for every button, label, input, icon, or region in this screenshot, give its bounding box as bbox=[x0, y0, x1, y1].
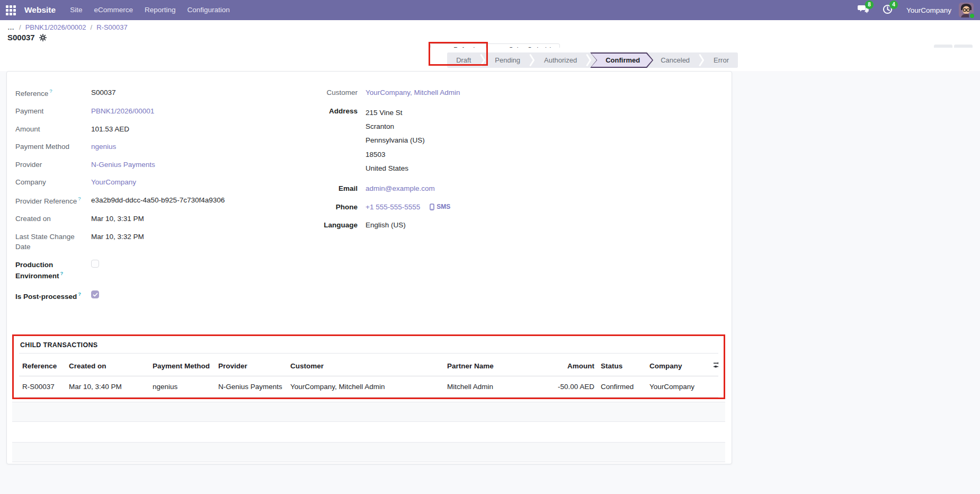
sms-button[interactable]: SMS bbox=[430, 202, 450, 213]
field-label-amount: Amount bbox=[15, 124, 91, 135]
breadcrumb-ellipsis[interactable]: … bbox=[7, 23, 15, 31]
apps-menu-button[interactable] bbox=[0, 0, 21, 20]
is-post-processed-checkbox[interactable] bbox=[91, 290, 99, 298]
cell-customer: YourCompany, Mitchell Admin bbox=[287, 376, 444, 398]
menu-configuration[interactable]: Configuration bbox=[182, 0, 236, 20]
help-icon[interactable]: ? bbox=[60, 270, 64, 276]
field-value-language: English (US) bbox=[366, 220, 406, 231]
cell-partner-name: Mitchell Admin bbox=[444, 376, 535, 398]
top-navbar: Website Site eCommerce Reporting Configu… bbox=[0, 0, 980, 20]
field-value-amount: 101.53 AED bbox=[91, 124, 129, 135]
field-label-phone: Phone bbox=[298, 202, 358, 213]
form-statusbar-row: Draft Pending Authorized Confirmed Cance… bbox=[0, 48, 980, 71]
breadcrumb-separator: / bbox=[91, 23, 93, 31]
status-step-draft[interactable]: Draft bbox=[447, 52, 480, 68]
address-line: 18503 bbox=[366, 148, 425, 162]
cell-provider: N-Genius Payments bbox=[215, 376, 287, 398]
company-switcher[interactable]: YourCompany bbox=[906, 6, 951, 14]
column-header-customer[interactable]: Customer bbox=[287, 354, 444, 376]
field-label-email: Email bbox=[298, 183, 358, 194]
column-header-amount[interactable]: Amount bbox=[535, 354, 598, 376]
child-transactions-section: CHILD TRANSACTIONS Reference Created on … bbox=[12, 334, 725, 399]
activities-badge: 4 bbox=[889, 1, 898, 9]
breadcrumb-link-payment[interactable]: PBNK1/2026/00002 bbox=[25, 23, 86, 31]
app-name[interactable]: Website bbox=[24, 5, 56, 15]
field-value-provider[interactable]: N-Genius Payments bbox=[91, 160, 155, 170]
breadcrumb-separator: / bbox=[19, 23, 21, 31]
status-step-authorized[interactable]: Authorized bbox=[535, 52, 586, 68]
optional-columns-button[interactable] bbox=[710, 354, 718, 376]
field-label-language: Language bbox=[298, 220, 358, 231]
child-transactions-title: CHILD TRANSACTIONS bbox=[19, 340, 718, 354]
cell-payment-method: ngenius bbox=[149, 376, 215, 398]
field-label-address: Address bbox=[298, 106, 358, 176]
status-separator bbox=[480, 52, 486, 68]
help-icon[interactable]: ? bbox=[78, 291, 81, 297]
field-value-customer[interactable]: YourCompany, Mitchell Admin bbox=[366, 87, 460, 98]
menu-ecommerce[interactable]: eCommerce bbox=[88, 0, 139, 20]
actions-gear-icon[interactable] bbox=[39, 34, 47, 41]
address-line: Pennsylvania (US) bbox=[366, 134, 425, 147]
menu-site[interactable]: Site bbox=[64, 0, 88, 20]
field-label-reference: Reference? bbox=[15, 87, 91, 99]
messages-button[interactable]: 8 bbox=[854, 2, 872, 18]
menu-reporting[interactable]: Reporting bbox=[139, 0, 182, 20]
field-value-payment[interactable]: PBNK1/2026/00001 bbox=[91, 106, 154, 117]
column-header-provider[interactable]: Provider bbox=[215, 354, 287, 376]
field-value-provider-reference: e3a2b9dd-ddcc-4a50-b925-7c730f4a9306 bbox=[91, 195, 225, 206]
status-step-canceled[interactable]: Canceled bbox=[652, 52, 699, 68]
field-label-payment-method: Payment Method bbox=[15, 142, 91, 152]
field-group-left: Reference?S00037 PaymentPBNK1/2026/00001… bbox=[15, 87, 298, 311]
cell-status: Confirmed bbox=[598, 376, 646, 398]
statusbar: Draft Pending Authorized Confirmed Cance… bbox=[447, 52, 738, 68]
status-step-pending[interactable]: Pending bbox=[486, 52, 529, 68]
navbar-systray: 8 4 YourCompany bbox=[854, 2, 980, 18]
column-header-partner-name[interactable]: Partner Name bbox=[444, 354, 535, 376]
user-avatar[interactable] bbox=[959, 3, 974, 17]
field-value-payment-method[interactable]: ngenius bbox=[91, 142, 116, 152]
child-transactions-table: Reference Created on Payment Method Prov… bbox=[19, 354, 718, 398]
cell-reference: R-S00037 bbox=[19, 376, 66, 398]
apps-grid-icon bbox=[6, 5, 16, 15]
address-line: Scranton bbox=[366, 120, 425, 134]
column-header-company[interactable]: Company bbox=[646, 354, 710, 376]
record-title-row: S00037 bbox=[7, 33, 128, 42]
field-value-reference: S00037 bbox=[91, 87, 116, 99]
page-title: S00037 bbox=[7, 33, 35, 42]
breadcrumb: … / PBNK1/2026/00002 / R-S00037 bbox=[7, 23, 128, 31]
field-label-customer: Customer bbox=[298, 87, 358, 98]
messages-badge: 8 bbox=[865, 1, 874, 9]
sliders-icon bbox=[713, 361, 718, 369]
help-icon[interactable]: ? bbox=[49, 88, 52, 94]
column-header-status[interactable]: Status bbox=[598, 354, 646, 376]
status-separator bbox=[586, 52, 592, 68]
field-value-company[interactable]: YourCompany bbox=[91, 177, 136, 188]
control-panel: … / PBNK1/2026/00002 / R-S00037 S00037 R… bbox=[0, 20, 980, 48]
field-value-email[interactable]: admin@example.com bbox=[366, 183, 435, 194]
column-header-created-on[interactable]: Created on bbox=[66, 354, 149, 376]
online-status-dot bbox=[969, 13, 975, 19]
empty-list-row bbox=[12, 442, 725, 462]
breadcrumb-block: … / PBNK1/2026/00002 / R-S00037 S00037 bbox=[7, 23, 128, 42]
breadcrumb-link-refund[interactable]: R-S00037 bbox=[96, 23, 128, 31]
field-label-provider: Provider bbox=[15, 160, 91, 170]
column-header-payment-method[interactable]: Payment Method bbox=[149, 354, 215, 376]
field-label-created-on: Created on bbox=[15, 214, 91, 224]
field-label-payment: Payment bbox=[15, 106, 91, 117]
cell-amount: -50.00 AED bbox=[535, 376, 598, 398]
column-header-reference[interactable]: Reference bbox=[19, 354, 66, 376]
production-environment-checkbox[interactable] bbox=[91, 260, 99, 268]
field-label-last-state-change: Last State Change Date bbox=[15, 232, 91, 252]
field-value-phone[interactable]: +1 555-555-5555 bbox=[366, 202, 420, 213]
field-label-is-post-processed: Is Post-processed? bbox=[15, 290, 91, 302]
activities-button[interactable]: 4 bbox=[879, 2, 897, 18]
status-step-error[interactable]: Error bbox=[705, 52, 738, 68]
status-step-confirmed[interactable]: Confirmed bbox=[590, 52, 653, 68]
sms-label: SMS bbox=[436, 203, 450, 210]
field-label-production-environment: Production Environment? bbox=[15, 260, 91, 281]
cell-created-on: Mar 10, 3:40 PM bbox=[66, 376, 149, 398]
help-icon[interactable]: ? bbox=[78, 196, 81, 201]
table-row[interactable]: R-S00037 Mar 10, 3:40 PM ngenius N-Geniu… bbox=[19, 376, 718, 398]
address-line: 215 Vine St bbox=[366, 106, 425, 120]
status-separator bbox=[699, 52, 705, 68]
